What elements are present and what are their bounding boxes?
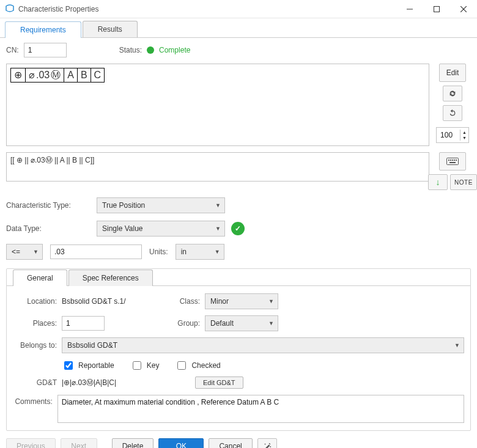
gdt-datum-b: B <box>78 68 91 82</box>
zoom-spinner[interactable]: ▲ ▼ <box>436 127 469 143</box>
keyboard-button[interactable] <box>439 152 466 171</box>
ok-button[interactable]: OK <box>158 438 204 448</box>
chevron-down-icon: ▼ <box>268 320 274 326</box>
chevron-down-icon: ▼ <box>215 226 221 232</box>
chevron-down-icon: ▼ <box>215 249 220 255</box>
comments-textarea[interactable] <box>57 395 464 423</box>
svg-point-11 <box>264 444 265 445</box>
wand-button[interactable] <box>257 438 277 448</box>
data-type-label: Data Type: <box>6 224 91 233</box>
down-arrow-icon: ↓ <box>436 177 440 187</box>
edit-gdt-button[interactable]: Edit GD&T <box>195 376 243 389</box>
svg-rect-10 <box>449 162 456 163</box>
app-icon <box>5 4 15 14</box>
chevron-down-icon: ▼ <box>268 298 274 304</box>
zoom-input[interactable] <box>437 128 460 142</box>
svg-rect-5 <box>448 160 449 161</box>
location-value: Bsbsolid GD&T s.1/ <box>62 297 125 306</box>
minimize-button[interactable] <box>396 0 423 18</box>
tolerance-input[interactable] <box>50 244 142 259</box>
gdt-datum-c: C <box>91 68 105 82</box>
gdt-symbol-position: ⊕ <box>11 68 26 82</box>
class-select[interactable]: Minor ▼ <box>205 293 278 309</box>
svg-rect-7 <box>452 160 453 161</box>
next-button[interactable]: Next <box>61 438 97 448</box>
comparator-select[interactable]: <= ▼ <box>6 244 43 260</box>
belongs-to-select[interactable]: Bsbsolid GD&T ▼ <box>62 337 464 353</box>
group-label: Group: <box>172 319 200 328</box>
group-select[interactable]: Default ▼ <box>205 315 278 331</box>
tab-results[interactable]: Results <box>83 21 138 37</box>
status-value: Complete <box>159 46 190 54</box>
subtab-spec-references[interactable]: Spec References <box>68 270 153 286</box>
rotate-button[interactable] <box>443 105 462 121</box>
edit-gdt-preview-button[interactable]: Edit <box>439 64 466 82</box>
insert-arrow-button[interactable]: ↓ <box>428 174 448 190</box>
valid-indicator-icon: ✓ <box>231 222 245 235</box>
belongs-to-label: Belongs to: <box>13 341 57 350</box>
main-tabs: Requirements Results <box>0 18 477 38</box>
window-controls <box>396 0 477 18</box>
previous-button[interactable]: Previous <box>6 438 56 448</box>
note-button[interactable]: NOTE <box>450 174 477 190</box>
svg-rect-4 <box>447 158 459 165</box>
maximize-button[interactable] <box>423 0 450 18</box>
chevron-down-icon: ▼ <box>215 202 221 208</box>
characteristic-type-select[interactable]: True Position ▼ <box>97 197 225 213</box>
units-select[interactable]: in ▼ <box>176 244 224 260</box>
feature-control-frame: ⊕ ⌀ .03 Ⓜ A B C <box>10 68 105 83</box>
data-type-select[interactable]: Single Value ▼ <box>97 221 225 237</box>
gdt-datum-a: A <box>64 68 78 82</box>
zoom-down-icon[interactable]: ▼ <box>460 135 468 141</box>
places-input[interactable] <box>62 316 105 331</box>
svg-point-12 <box>270 446 271 447</box>
delete-button[interactable]: Delete <box>112 438 154 448</box>
gdt-string-label: GD&T <box>13 378 57 387</box>
reportable-checkbox[interactable]: Reportable <box>62 359 114 372</box>
details-panel: General Spec References Location: Bsbsol… <box>6 268 471 431</box>
svg-rect-1 <box>434 6 440 12</box>
close-button[interactable] <box>450 0 477 18</box>
key-checkbox[interactable]: Key <box>130 359 160 372</box>
units-label: Units: <box>149 248 168 256</box>
places-label: Places: <box>13 319 57 328</box>
class-label: Class: <box>172 297 200 306</box>
tab-requirements[interactable]: Requirements <box>5 21 81 38</box>
subtab-general[interactable]: General <box>13 270 67 286</box>
zoom-up-icon[interactable]: ▲ <box>460 130 468 135</box>
gdt-string-value: |⊕|⌀.03Ⓜ|A|B|C| <box>62 378 190 388</box>
checked-checkbox[interactable]: Checked <box>175 359 220 372</box>
title-bar: Characteristic Properties <box>0 0 477 18</box>
refresh-button[interactable] <box>443 86 462 101</box>
gdt-tolerance-cell: ⌀ .03 Ⓜ <box>26 68 64 82</box>
gdt-expression-text: [[ ⊕ || ⌀.03Ⓜ || A || B || C]] <box>10 156 94 164</box>
location-label: Location: <box>13 297 57 306</box>
status-indicator-icon <box>147 46 154 54</box>
dialog-footer: Previous Next Delete OK Cancel <box>6 438 471 448</box>
cn-input[interactable] <box>24 43 67 57</box>
window-title: Characteristic Properties <box>18 5 98 13</box>
cn-label: CN: <box>6 46 19 54</box>
characteristic-type-label: Characteristic Type: <box>6 201 91 210</box>
gdt-preview: ⊕ ⌀ .03 Ⓜ A B C <box>6 64 429 146</box>
svg-rect-8 <box>454 160 455 161</box>
svg-rect-6 <box>450 160 451 161</box>
cn-status-row: CN: Status: Complete <box>6 43 471 57</box>
chevron-down-icon: ▼ <box>33 249 39 255</box>
svg-rect-9 <box>456 160 457 161</box>
chevron-down-icon: ▼ <box>454 342 460 348</box>
cancel-button[interactable]: Cancel <box>209 438 252 448</box>
comments-label: Comments: <box>13 395 53 406</box>
status-label: Status: <box>119 46 142 54</box>
gdt-expression-box[interactable]: [[ ⊕ || ⌀.03Ⓜ || A || B || C]] <box>6 152 429 182</box>
